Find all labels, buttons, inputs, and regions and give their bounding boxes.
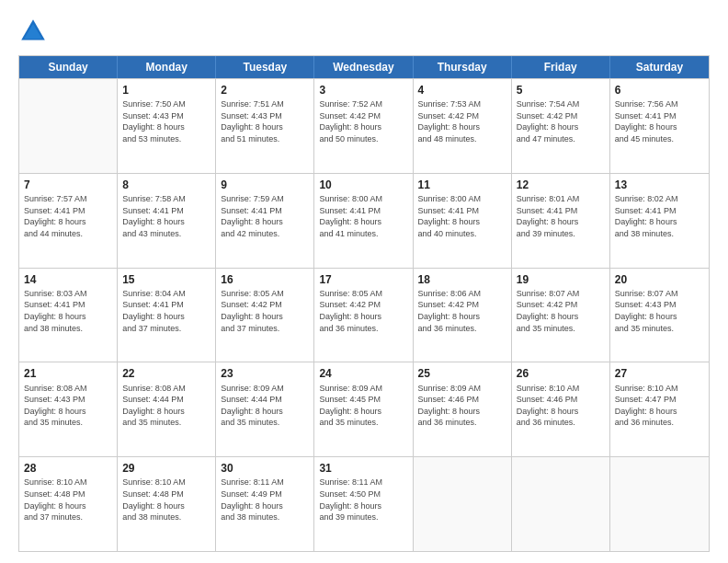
cell-info: Sunrise: 7:54 AM Sunset: 4:42 PM Dayligh… — [517, 98, 605, 144]
day-number: 24 — [319, 366, 407, 381]
day-number: 27 — [615, 366, 704, 381]
cell-info: Sunrise: 7:50 AM Sunset: 4:43 PM Dayligh… — [122, 98, 210, 144]
day-number: 19 — [517, 272, 605, 287]
calendar-cell: 19Sunrise: 8:07 AM Sunset: 4:42 PM Dayli… — [512, 269, 610, 362]
cell-info: Sunrise: 8:01 AM Sunset: 4:41 PM Dayligh… — [517, 193, 605, 239]
calendar-cell: 25Sunrise: 8:09 AM Sunset: 4:46 PM Dayli… — [414, 362, 512, 456]
cell-info: Sunrise: 8:06 AM Sunset: 4:42 PM Dayligh… — [418, 288, 506, 334]
calendar-cell: 15Sunrise: 8:04 AM Sunset: 4:41 PM Dayli… — [118, 269, 216, 362]
calendar-cell: 5Sunrise: 7:54 AM Sunset: 4:42 PM Daylig… — [512, 79, 610, 173]
cell-info: Sunrise: 8:05 AM Sunset: 4:42 PM Dayligh… — [221, 288, 309, 334]
day-number: 11 — [418, 178, 506, 192]
cell-info: Sunrise: 8:10 AM Sunset: 4:46 PM Dayligh… — [517, 383, 605, 429]
cell-info: Sunrise: 8:04 AM Sunset: 4:41 PM Dayligh… — [122, 288, 210, 334]
calendar-cell — [19, 79, 118, 173]
calendar-cell: 28Sunrise: 8:10 AM Sunset: 4:48 PM Dayli… — [19, 457, 118, 551]
day-number: 22 — [122, 366, 210, 381]
calendar-cell: 29Sunrise: 8:10 AM Sunset: 4:48 PM Dayli… — [118, 457, 216, 551]
day-number: 20 — [615, 272, 704, 287]
calendar-cell: 21Sunrise: 8:08 AM Sunset: 4:43 PM Dayli… — [19, 362, 118, 456]
cell-info: Sunrise: 8:10 AM Sunset: 4:48 PM Dayligh… — [24, 477, 112, 523]
calendar-cell: 2Sunrise: 7:51 AM Sunset: 4:43 PM Daylig… — [216, 79, 314, 173]
calendar-cell: 8Sunrise: 7:58 AM Sunset: 4:41 PM Daylig… — [118, 174, 216, 268]
calendar-cell: 18Sunrise: 8:06 AM Sunset: 4:42 PM Dayli… — [414, 269, 512, 362]
cell-info: Sunrise: 8:02 AM Sunset: 4:41 PM Dayligh… — [615, 193, 704, 239]
calendar-row-0: 1Sunrise: 7:50 AM Sunset: 4:43 PM Daylig… — [19, 78, 709, 173]
cell-info: Sunrise: 8:00 AM Sunset: 4:41 PM Dayligh… — [319, 193, 407, 239]
header — [18, 17, 710, 46]
calendar-cell: 1Sunrise: 7:50 AM Sunset: 4:43 PM Daylig… — [118, 79, 216, 173]
calendar-cell: 31Sunrise: 8:11 AM Sunset: 4:50 PM Dayli… — [314, 457, 413, 551]
calendar-cell: 24Sunrise: 8:09 AM Sunset: 4:45 PM Dayli… — [314, 362, 413, 456]
calendar-cell — [512, 457, 610, 551]
calendar-row-4: 28Sunrise: 8:10 AM Sunset: 4:48 PM Dayli… — [19, 456, 709, 551]
cell-info: Sunrise: 8:08 AM Sunset: 4:44 PM Dayligh… — [122, 383, 210, 429]
day-number: 5 — [517, 83, 605, 98]
day-number: 9 — [221, 178, 309, 192]
cell-info: Sunrise: 8:11 AM Sunset: 4:49 PM Dayligh… — [221, 477, 309, 523]
day-number: 1 — [122, 83, 210, 98]
calendar-cell: 20Sunrise: 8:07 AM Sunset: 4:43 PM Dayli… — [610, 269, 709, 362]
calendar-cell: 14Sunrise: 8:03 AM Sunset: 4:41 PM Dayli… — [19, 269, 118, 362]
cell-info: Sunrise: 8:08 AM Sunset: 4:43 PM Dayligh… — [24, 383, 112, 429]
cell-info: Sunrise: 8:09 AM Sunset: 4:45 PM Dayligh… — [319, 383, 407, 429]
cell-info: Sunrise: 8:03 AM Sunset: 4:41 PM Dayligh… — [24, 288, 112, 334]
calendar-row-2: 14Sunrise: 8:03 AM Sunset: 4:41 PM Dayli… — [19, 268, 709, 362]
day-number: 26 — [517, 366, 605, 381]
cell-info: Sunrise: 7:57 AM Sunset: 4:41 PM Dayligh… — [24, 193, 112, 239]
page: SundayMondayTuesdayWednesdayThursdayFrid… — [0, 0, 728, 563]
calendar-cell: 23Sunrise: 8:09 AM Sunset: 4:44 PM Dayli… — [216, 362, 314, 456]
day-number: 7 — [24, 178, 112, 192]
header-day-tuesday: Tuesday — [216, 56, 314, 78]
day-number: 8 — [122, 178, 210, 192]
logo — [18, 17, 51, 46]
calendar-body: 1Sunrise: 7:50 AM Sunset: 4:43 PM Daylig… — [19, 78, 709, 551]
cell-info: Sunrise: 7:51 AM Sunset: 4:43 PM Dayligh… — [221, 98, 309, 144]
calendar-cell: 30Sunrise: 8:11 AM Sunset: 4:49 PM Dayli… — [216, 457, 314, 551]
day-number: 30 — [221, 461, 309, 476]
header-day-sunday: Sunday — [19, 56, 118, 78]
cell-info: Sunrise: 7:52 AM Sunset: 4:42 PM Dayligh… — [319, 98, 407, 144]
day-number: 15 — [122, 272, 210, 287]
header-day-wednesday: Wednesday — [314, 56, 413, 78]
calendar-cell: 26Sunrise: 8:10 AM Sunset: 4:46 PM Dayli… — [512, 362, 610, 456]
calendar-row-3: 21Sunrise: 8:08 AM Sunset: 4:43 PM Dayli… — [19, 362, 709, 456]
day-number: 6 — [615, 83, 704, 98]
calendar-header: SundayMondayTuesdayWednesdayThursdayFrid… — [19, 56, 709, 78]
calendar-cell — [610, 457, 709, 551]
cell-info: Sunrise: 7:56 AM Sunset: 4:41 PM Dayligh… — [615, 98, 704, 144]
header-day-friday: Friday — [512, 56, 610, 78]
calendar-cell: 12Sunrise: 8:01 AM Sunset: 4:41 PM Dayli… — [512, 174, 610, 268]
header-day-monday: Monday — [118, 56, 216, 78]
calendar-cell: 16Sunrise: 8:05 AM Sunset: 4:42 PM Dayli… — [216, 269, 314, 362]
calendar-row-1: 7Sunrise: 7:57 AM Sunset: 4:41 PM Daylig… — [19, 173, 709, 268]
cell-info: Sunrise: 8:10 AM Sunset: 4:47 PM Dayligh… — [615, 383, 704, 429]
calendar-cell — [414, 457, 512, 551]
cell-info: Sunrise: 8:05 AM Sunset: 4:42 PM Dayligh… — [319, 288, 407, 334]
day-number: 14 — [24, 272, 112, 287]
calendar: SundayMondayTuesdayWednesdayThursdayFrid… — [18, 55, 710, 552]
calendar-cell: 11Sunrise: 8:00 AM Sunset: 4:41 PM Dayli… — [414, 174, 512, 268]
cell-info: Sunrise: 8:09 AM Sunset: 4:44 PM Dayligh… — [221, 383, 309, 429]
day-number: 31 — [319, 461, 407, 476]
calendar-cell: 27Sunrise: 8:10 AM Sunset: 4:47 PM Dayli… — [610, 362, 709, 456]
cell-info: Sunrise: 8:10 AM Sunset: 4:48 PM Dayligh… — [122, 477, 210, 523]
day-number: 16 — [221, 272, 309, 287]
calendar-cell: 6Sunrise: 7:56 AM Sunset: 4:41 PM Daylig… — [610, 79, 709, 173]
header-day-thursday: Thursday — [414, 56, 512, 78]
calendar-cell: 13Sunrise: 8:02 AM Sunset: 4:41 PM Dayli… — [610, 174, 709, 268]
day-number: 18 — [418, 272, 506, 287]
day-number: 13 — [615, 178, 704, 192]
day-number: 28 — [24, 461, 112, 476]
day-number: 29 — [122, 461, 210, 476]
day-number: 10 — [319, 178, 407, 192]
day-number: 2 — [221, 83, 309, 98]
day-number: 23 — [221, 366, 309, 381]
day-number: 4 — [418, 83, 506, 98]
calendar-cell: 9Sunrise: 7:59 AM Sunset: 4:41 PM Daylig… — [216, 174, 314, 268]
day-number: 21 — [24, 366, 112, 381]
day-number: 17 — [319, 272, 407, 287]
calendar-cell: 3Sunrise: 7:52 AM Sunset: 4:42 PM Daylig… — [314, 79, 413, 173]
cell-info: Sunrise: 7:59 AM Sunset: 4:41 PM Dayligh… — [221, 193, 309, 239]
cell-info: Sunrise: 8:07 AM Sunset: 4:42 PM Dayligh… — [517, 288, 605, 334]
